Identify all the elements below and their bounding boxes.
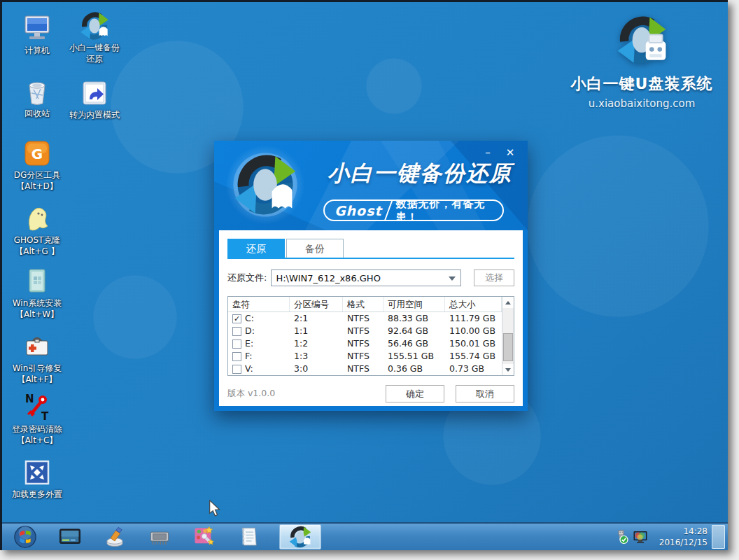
ghost-clone-icon <box>22 203 52 234</box>
free-space: 155.51 GB <box>383 350 445 363</box>
format: NTFS <box>343 337 383 350</box>
win-install-icon <box>22 266 52 297</box>
free-space: 56.46 GB <box>383 337 445 350</box>
brand-url: u.xiaobaixitong.com <box>561 97 723 110</box>
system-tray: 14:28 2016/12/15 <box>614 525 728 549</box>
table-row[interactable]: V: 3:0 NTFS 0.36 GB 0.73 GB <box>228 363 502 375</box>
scroll-up-icon[interactable] <box>502 297 514 308</box>
desktop-icon[interactable]: 加载更多外置 <box>3 457 71 500</box>
tab-bar: 还原 备份 <box>227 239 514 259</box>
notepad-icon <box>237 525 261 549</box>
cancel-button[interactable]: 取消 <box>456 385 514 402</box>
restore-file-row: 还原文件: H:\WIN7_612_x86.GHO 选择 <box>227 270 514 286</box>
ghost-slogan: 数据无价，有备无患！ <box>395 200 502 221</box>
screenshot-page: 计算机 小白一键备份 还原 回收站 转为内置模式 G <box>0 0 739 560</box>
taskbar: 14:28 2016/12/15 <box>2 522 728 550</box>
svg-text:G: G <box>31 146 43 162</box>
desktop-preview-icon <box>58 525 82 549</box>
clock-date: 2016/12/15 <box>657 537 708 548</box>
backup-restore-icon <box>79 10 110 41</box>
scrollbar-thumb[interactable] <box>503 333 513 361</box>
usb-tray-icon[interactable] <box>614 529 629 545</box>
ghost-brand-label: Ghost <box>325 203 388 218</box>
taskbar-item-capture[interactable] <box>190 524 219 550</box>
partition-id: 3:0 <box>290 363 343 375</box>
brand-usb-icon <box>612 13 671 72</box>
table-row[interactable]: C: 2:1 NTFS 88.33 GB 111.79 GB <box>228 312 502 325</box>
scroll-down-icon[interactable] <box>502 364 514 375</box>
free-space: 88.33 GB <box>383 312 445 325</box>
table-scrollbar[interactable] <box>502 297 514 375</box>
backup-restore-window: 小白一键备份还原 Ghost 数据无价，有备无患！ – ✕ 还原 <box>214 141 528 411</box>
taskbar-item-desktop[interactable] <box>55 524 85 550</box>
chevron-down-icon <box>449 276 456 281</box>
format: NTFS <box>343 363 383 375</box>
recycle-bin-icon <box>22 76 52 107</box>
table-body: C: 2:1 NTFS 88.33 GB 111.79 GB <box>228 312 502 375</box>
brand-logo: 小白一键U盘装系统 u.xiaobaixitong.com <box>561 13 723 110</box>
brand-title: 小白一键U盘装系统 <box>561 74 723 94</box>
start-orb-icon <box>13 525 37 549</box>
ghost-badge: Ghost 数据无价，有备无患！ <box>323 200 504 221</box>
desktop-icon[interactable]: Win引导修复 【Alt+F】 <box>3 331 71 385</box>
desktop-icon-label: Win系统安装 【Alt+W】 <box>3 298 71 320</box>
disk-cleanup-icon <box>103 525 127 549</box>
version-label: 版本 v1.0.0 <box>227 388 374 400</box>
password-clear-icon: NT <box>22 392 52 423</box>
choose-file-button[interactable]: 选择 <box>474 270 514 286</box>
total-size: 0.73 GB <box>445 363 502 375</box>
table-row[interactable]: F: 1:3 NTFS 155.51 GB 155.74 GB <box>228 350 502 363</box>
partition-id: 1:3 <box>290 350 343 363</box>
desktop-icon[interactable]: GHOST克隆 【Alt+G 】 <box>3 203 71 257</box>
mouse-cursor <box>207 500 223 518</box>
desktop: 计算机 小白一键备份 还原 回收站 转为内置模式 G <box>0 0 728 550</box>
taskbar-item-notepad[interactable] <box>234 524 264 550</box>
desktop-icon-label: 加载更多外置 <box>3 489 71 500</box>
dialog-body: 还原 备份 还原文件: H:\WIN7_612_x86.GHO 选择 <box>219 230 523 406</box>
drive-letter: D: <box>245 325 255 337</box>
table-row[interactable]: D: 1:1 NTFS 92.64 GB 110.00 GB <box>228 325 502 337</box>
desktop-icon[interactable]: 小白一键备份 还原 <box>61 10 128 64</box>
taskbar-buttons <box>10 524 321 550</box>
drive-checkbox[interactable] <box>232 314 241 323</box>
clock-time: 14:28 <box>657 526 708 537</box>
window-title: 小白一键备份还原 <box>319 159 521 188</box>
start-button[interactable] <box>10 524 40 550</box>
window-banner: 小白一键备份还原 Ghost 数据无价，有备无患！ – ✕ <box>214 141 528 230</box>
backup-restore-icon <box>288 525 312 549</box>
taskbar-item-diskclean[interactable] <box>100 524 129 550</box>
desktop-icon[interactable]: NT 登录密码清除 【Alt+C】 <box>3 392 71 446</box>
taskbar-item-memory[interactable] <box>145 524 174 550</box>
tab[interactable]: 还原 <box>227 239 285 258</box>
tab[interactable]: 备份 <box>286 239 344 258</box>
app-logo-icon <box>225 145 305 225</box>
desktop-icon[interactable]: Win系统安装 【Alt+W】 <box>3 266 71 320</box>
ok-button[interactable]: 确定 <box>386 385 444 402</box>
display-tray-icon[interactable] <box>633 529 648 545</box>
desktop-icon[interactable]: 转为内置模式 <box>61 78 128 121</box>
svg-text:T: T <box>41 410 49 423</box>
total-size: 110.00 GB <box>445 325 502 337</box>
restore-file-combobox[interactable]: H:\WIN7_612_x86.GHO <box>271 270 461 286</box>
total-size: 150.01 GB <box>445 337 502 350</box>
table-header-cell: 格式 <box>343 297 383 312</box>
table-row[interactable]: E: 1:2 NTFS 56.46 GB 150.01 GB <box>228 337 502 350</box>
taskbar-item-backup-app[interactable] <box>279 524 321 550</box>
free-space: 92.64 GB <box>383 325 445 337</box>
drive-checkbox[interactable] <box>232 340 241 349</box>
show-desktop-button[interactable] <box>712 525 725 549</box>
drive-checkbox[interactable] <box>232 352 241 361</box>
partition-id: 1:2 <box>290 337 343 350</box>
drive-checkbox[interactable] <box>232 327 241 336</box>
taskbar-clock[interactable]: 14:28 2016/12/15 <box>657 526 708 548</box>
free-space: 0.36 GB <box>383 363 445 375</box>
drive-checkbox[interactable] <box>232 365 241 374</box>
minimize-button[interactable]: – <box>479 145 497 160</box>
close-button[interactable]: ✕ <box>501 145 519 160</box>
desktop-icon-label: 登录密码清除 【Alt+C】 <box>3 424 71 446</box>
dialog-footer: 版本 v1.0.0 确定 取消 <box>227 385 514 402</box>
partition-id: 2:1 <box>290 312 343 325</box>
desktop-icon[interactable]: G DG分区工具 【Alt+D】 <box>3 138 71 192</box>
partition-id: 1:1 <box>290 325 343 337</box>
load-more-icon <box>22 457 52 488</box>
